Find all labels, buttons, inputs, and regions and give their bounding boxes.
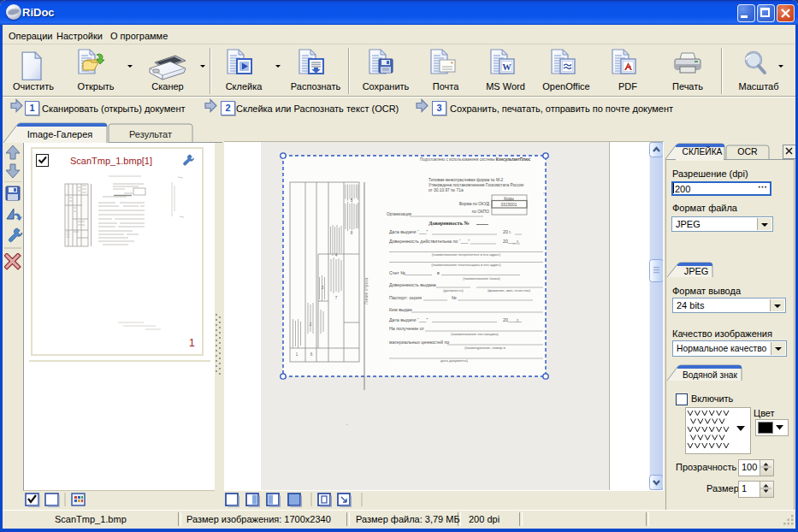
svg-text:Коды: Коды: [504, 197, 514, 201]
svg-text:(наименование плательщика и ег: (наименование плательщика и его адрес): [431, 263, 501, 267]
svg-text:0315001: 0315001: [501, 203, 517, 207]
svg-text:Image-Галерея: Image-Галерея: [27, 129, 92, 139]
svg-text:20___ г.: 20___ г.: [503, 317, 519, 322]
svg-text:Доверенность действительна по: Доверенность действительна по “___”: [389, 239, 470, 244]
svg-text:3: 3: [322, 286, 324, 290]
svg-text:Линия отреза: Линия отреза: [364, 278, 369, 304]
svg-text:OCR: OCR: [737, 146, 758, 157]
svg-text:(наименование потребителя и ег: (наименование потребителя и его адрес): [432, 252, 501, 257]
svg-text:Доверенность №: Доверенность №: [429, 220, 470, 226]
svg-text:Подготовлено с использованием: Подготовлено с использованием системы Ко…: [420, 157, 531, 162]
svg-text:Кем выдан: Кем выдан: [389, 307, 412, 312]
svg-text:Счет №: Счет №: [389, 270, 405, 275]
svg-text:(наименование, номер и: (наименование, номер и: [464, 346, 505, 350]
svg-text:дата документа): дата документа): [440, 358, 468, 363]
svg-text:8: 8: [351, 231, 353, 235]
svg-text:в: в: [437, 270, 440, 275]
svg-text:материальных ценностей по: материальных ценностей по: [389, 340, 449, 345]
svg-text:4: 4: [335, 253, 338, 257]
svg-text:(наименование поставщика): (наименование поставщика): [451, 332, 499, 336]
svg-text:Дата выдачи “___”: Дата выдачи “___”: [389, 317, 429, 322]
svg-text:по ОКПО: по ОКПО: [472, 210, 490, 214]
svg-text:5: 5: [351, 198, 353, 203]
svg-text:№: №: [452, 295, 457, 300]
svg-text:Доверенность выдана: Доверенность выдана: [389, 282, 436, 287]
svg-text:Дата выдачи “___”: Дата выдачи “___”: [389, 229, 429, 234]
svg-text:Водяной знак: Водяной знак: [683, 370, 737, 380]
svg-text:(должность): (должность): [443, 288, 464, 293]
svg-text:20 г.: 20 г.: [503, 229, 511, 234]
svg-text:Паспорт: серия: Паспорт: серия: [389, 295, 422, 300]
svg-text:1: 1: [296, 352, 299, 357]
svg-text:от 30.10.97 № 71а: от 30.10.97 № 71а: [429, 188, 464, 192]
svg-text:На получение от: На получение от: [389, 326, 425, 331]
svg-text:Организация: Организация: [387, 212, 411, 216]
svg-text:Форма по ОКУД: Форма по ОКУД: [458, 202, 489, 206]
svg-text:Результат: Результат: [129, 129, 172, 139]
svg-text:6: 6: [310, 352, 313, 357]
svg-text:Утверждена постановлением Госк: Утверждена постановлением Госкомстата Ро…: [429, 183, 524, 187]
svg-text:7: 7: [335, 296, 338, 300]
svg-text:СКЛЕЙКА: СКЛЕЙКА: [683, 146, 723, 157]
svg-text:(наименование банка): (наименование банка): [463, 276, 500, 281]
svg-text:20___ г.: 20___ г.: [503, 239, 519, 244]
svg-text:W: W: [502, 62, 511, 72]
svg-text:JPEG: JPEG: [684, 266, 709, 276]
svg-text:2: 2: [310, 322, 312, 327]
svg-text:(фамилия, имя, отчество): (фамилия, имя, отчество): [488, 288, 531, 293]
svg-text:Типовая межотраслевая форма №: Типовая межотраслевая форма № М-2: [429, 178, 504, 182]
